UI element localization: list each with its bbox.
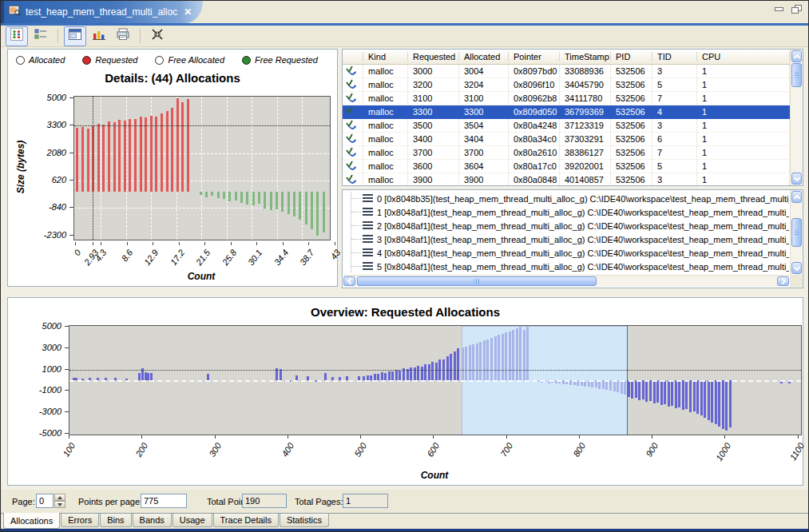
column-header-kind[interactable]: Kind: [363, 50, 408, 64]
column-header-requested[interactable]: Requested: [408, 50, 459, 64]
legend-dot-icon: [82, 56, 91, 65]
editor-tabstrip: test_heap_mem_thread_multi_alloc ✕: [1, 1, 808, 23]
fit-to-window-button[interactable]: [146, 26, 169, 46]
table-row[interactable]: malloc320032040x8096f103404579053250651: [343, 78, 790, 92]
column-header-cpu[interactable]: CPU: [697, 50, 790, 64]
column-header-tid[interactable]: TID: [652, 50, 697, 64]
data-bar: [454, 351, 456, 380]
stack-trace-item[interactable]: 5 [0x8048af1](test_heap_mem_thread_multi…: [343, 260, 789, 272]
data-bar: [281, 192, 284, 212]
table-row[interactable]: malloc350035040x80a42483712331953250631: [343, 119, 790, 133]
data-bar: [621, 380, 623, 394]
spinner-down-icon[interactable]: [54, 501, 65, 508]
legend-item-free-allocated[interactable]: Free Allocated: [155, 55, 224, 65]
table-row[interactable]: malloc310031000x80962b83411178053250671: [343, 92, 790, 105]
chart-bars-button[interactable]: [88, 26, 110, 46]
cell-kind: malloc: [363, 119, 408, 133]
column-header-icon[interactable]: [343, 50, 363, 64]
legend-item-allocated[interactable]: Allocated: [16, 55, 65, 65]
stack-trace-item[interactable]: 1 [0x8048af1](test_heap_mem_thread_multi…: [343, 205, 789, 219]
scroll-down-icon[interactable]: [791, 173, 802, 185]
data-bar: [235, 192, 237, 200]
stack-trace-text: 1 [0x8048af1](test_heap_mem_thread_multi…: [377, 208, 789, 217]
legend-item-free-requested[interactable]: Free Requested: [242, 55, 318, 65]
data-bar: [526, 327, 529, 380]
column-header-pid[interactable]: PID: [611, 50, 652, 64]
tree-twig: [351, 266, 361, 267]
restore-icon[interactable]: [791, 5, 802, 14]
data-bar: [704, 380, 706, 418]
scroll-up-icon[interactable]: [791, 50, 802, 62]
table-row[interactable]: malloc300030040x8097bd03308893653250631: [343, 65, 790, 78]
scrollbar-thumb[interactable]: [791, 63, 802, 87]
column-header-pointer[interactable]: Pointer: [509, 50, 560, 64]
tab-bands[interactable]: Bands: [133, 514, 172, 527]
tab-usage[interactable]: Usage: [173, 514, 212, 527]
scrollbar-thumb[interactable]: [791, 218, 802, 247]
total-pages-label: Total Pages:: [295, 497, 343, 506]
column-header-allocated[interactable]: Allocated: [459, 50, 509, 64]
allocation-grid-button[interactable]: [6, 26, 28, 46]
tab-errors[interactable]: Errors: [61, 514, 99, 527]
cell-tid: 7: [652, 146, 697, 160]
tree-twig: [351, 252, 361, 253]
scroll-left-icon[interactable]: [343, 276, 355, 286]
tab-trace-details[interactable]: Trace Details: [213, 514, 279, 527]
cell-tid: 5: [652, 78, 697, 92]
column-header-timestamp[interactable]: TimeStamp: [560, 50, 611, 64]
overview-chart-panel: Overview: Requested Allocations 50003000…: [7, 297, 803, 486]
data-bar: [207, 374, 209, 380]
stack-trace-item[interactable]: 0 [0x8048b35](test_heap_mem_thread_multi…: [343, 192, 789, 205]
allocation-list-button[interactable]: [30, 26, 52, 46]
cell-kind: malloc: [363, 160, 408, 173]
x-tick-label: 700: [498, 441, 514, 459]
overview-plot-area[interactable]: [69, 325, 802, 435]
table-row[interactable]: malloc360036040x80a17c03920200153250651: [343, 160, 790, 173]
cell-tid: 7: [652, 92, 697, 105]
data-bar: [472, 344, 474, 380]
stack-trace-item[interactable]: 3 [0x8048af1](test_heap_mem_thread_multi…: [343, 232, 789, 246]
table-row[interactable]: malloc330033000x809d0503679936953250641: [343, 105, 790, 119]
table-vertical-scrollbar[interactable]: [790, 50, 803, 185]
print-button[interactable]: [112, 26, 134, 46]
scroll-up-icon[interactable]: [791, 191, 802, 203]
stack-trace-item[interactable]: 2 [0x8048af1](test_heap_mem_thread_multi…: [343, 219, 789, 232]
details-plot-area[interactable]: [73, 96, 331, 240]
tab-allocations[interactable]: Allocations: [3, 513, 60, 529]
y-tick-label: -840: [49, 202, 66, 212]
cell-requested: 3600: [408, 160, 459, 173]
total-pages-value: [343, 494, 388, 508]
tab-statistics[interactable]: Statistics: [280, 514, 329, 527]
legend-item-requested[interactable]: Requested: [82, 55, 137, 65]
trace-horizontal-scrollbar[interactable]: [343, 275, 789, 287]
data-bar: [465, 347, 467, 380]
scrollbar-thumb[interactable]: [357, 276, 597, 286]
tab-bins[interactable]: Bins: [100, 514, 131, 527]
window-layout-button[interactable]: [64, 26, 86, 46]
points-per-page-input[interactable]: [141, 494, 187, 508]
scroll-down-icon[interactable]: [791, 262, 802, 274]
chevron-right-icon: [779, 278, 785, 284]
close-icon[interactable]: ✕: [184, 7, 192, 17]
data-bar: [171, 108, 173, 193]
cell-allocated: 3100: [459, 92, 509, 105]
page-input[interactable]: [36, 494, 54, 508]
data-bar: [217, 192, 220, 197]
minimize-icon[interactable]: [774, 5, 784, 14]
data-bar: [656, 380, 659, 403]
data-bar: [395, 370, 398, 380]
trace-vertical-scrollbar[interactable]: [790, 190, 803, 288]
data-bar: [450, 354, 452, 380]
table-row[interactable]: malloc340034040x80a34c03730329153250661: [343, 133, 790, 146]
table-row[interactable]: malloc370037000x80a26103838612753250671: [343, 146, 790, 160]
spinner-up-icon[interactable]: [54, 494, 65, 501]
editor-tab[interactable]: test_heap_mem_thread_multi_alloc ✕: [4, 1, 203, 23]
stack-trace-item[interactable]: 4 [0x8048af1](test_heap_mem_thread_multi…: [343, 246, 789, 260]
scroll-right-icon[interactable]: [777, 276, 789, 286]
data-bar: [462, 347, 464, 380]
allocations-table: KindRequestedAllocatedPointerTimeStampPI…: [343, 50, 790, 185]
y-tick-label: 3000: [42, 343, 61, 352]
data-bar: [505, 332, 507, 380]
overview-x-axis-title: Count: [69, 470, 800, 481]
table-row[interactable]: malloc390039000x80a08484014085753250631: [343, 173, 790, 185]
